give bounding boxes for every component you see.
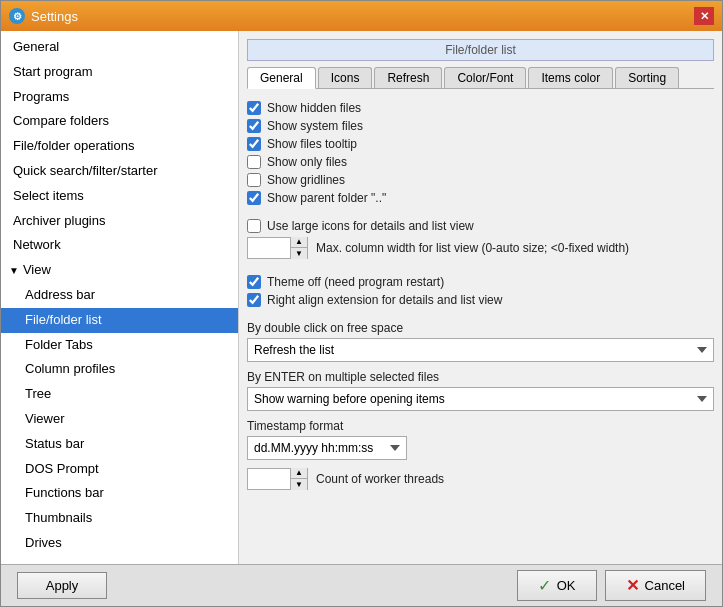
- large-icons-checkbox[interactable]: [247, 219, 261, 233]
- tab-general[interactable]: General: [247, 67, 316, 89]
- max-col-width-spinbox[interactable]: -30 ▲ ▼: [247, 237, 308, 259]
- checkbox-show-gridlines[interactable]: [247, 173, 261, 187]
- worker-spinbox-arrows: ▲ ▼: [290, 468, 307, 490]
- sidebar-item-tree[interactable]: Tree: [1, 382, 238, 407]
- sidebar-item-general[interactable]: General: [1, 35, 238, 60]
- worker-threads-row: 4 ▲ ▼ Count of worker threads: [247, 468, 714, 490]
- checkbox-label-show-tooltip: Show files tooltip: [267, 137, 357, 151]
- checkbox-label-show-parent: Show parent folder "..": [267, 191, 386, 205]
- checkbox-show-hidden[interactable]: [247, 101, 261, 115]
- checkbox-label-show-only-files: Show only files: [267, 155, 347, 169]
- checkbox-row-show-only-files: Show only files: [247, 155, 714, 169]
- close-button[interactable]: ✕: [694, 7, 714, 25]
- checkbox-row-show-tooltip: Show files tooltip: [247, 137, 714, 151]
- footer-right: ✓ OK ✕ Cancel: [517, 570, 706, 601]
- sidebar-item-file-folder-list[interactable]: File/folder list: [1, 308, 238, 333]
- sidebar-section-view[interactable]: ▼View: [1, 258, 238, 283]
- timestamp-row: dd.MM.yyyy hh:mm:ssMM/dd/yyyy hh:mm:ssyy…: [247, 436, 714, 460]
- ok-button[interactable]: ✓ OK: [517, 570, 597, 601]
- right-align-row: Right align extension for details and li…: [247, 293, 714, 307]
- app-icon: ⚙: [9, 8, 25, 24]
- enter-multiple-label: By ENTER on multiple selected files: [247, 370, 714, 384]
- checkbox-label-show-gridlines: Show gridlines: [267, 173, 345, 187]
- worker-spinbox-up[interactable]: ▲: [291, 468, 307, 479]
- checkbox-row-show-parent: Show parent folder "..": [247, 191, 714, 205]
- sidebar-item-column-profiles[interactable]: Column profiles: [1, 357, 238, 382]
- window-title: Settings: [31, 9, 78, 24]
- sidebar-item-dos-prompt[interactable]: DOS Prompt: [1, 457, 238, 482]
- sidebar-item-network[interactable]: Network: [1, 233, 238, 258]
- ok-check-icon: ✓: [538, 576, 551, 595]
- right-align-checkbox[interactable]: [247, 293, 261, 307]
- footer: Apply ✓ OK ✕ Cancel: [1, 564, 722, 606]
- worker-threads-spinbox[interactable]: 4 ▲ ▼: [247, 468, 308, 490]
- sidebar-item-functions-bar[interactable]: Functions bar: [1, 481, 238, 506]
- checkbox-show-parent[interactable]: [247, 191, 261, 205]
- sidebar-item-address-bar[interactable]: Address bar: [1, 283, 238, 308]
- sidebar-item-viewer[interactable]: Viewer: [1, 407, 238, 432]
- sidebar-item-quick-search[interactable]: Quick search/filter/starter: [1, 159, 238, 184]
- tab-refresh[interactable]: Refresh: [374, 67, 442, 88]
- max-col-width-label: Max. column width for list view (0-auto …: [316, 241, 629, 255]
- double-click-section: By double click on free space Refresh th…: [247, 321, 714, 362]
- sidebar-item-file-folder-ops[interactable]: File/folder operations: [1, 134, 238, 159]
- checkbox-show-only-files[interactable]: [247, 155, 261, 169]
- checkbox-row-show-hidden: Show hidden files: [247, 101, 714, 115]
- sidebar-item-status-bar[interactable]: Status bar: [1, 432, 238, 457]
- sidebar-item-select-items[interactable]: Select items: [1, 184, 238, 209]
- title-bar-left: ⚙ Settings: [9, 8, 78, 24]
- worker-threads-input[interactable]: 4: [248, 469, 290, 489]
- sidebar-item-thumbnails[interactable]: Thumbnails: [1, 506, 238, 531]
- title-bar: ⚙ Settings ✕: [1, 1, 722, 31]
- sidebar-item-folder-tabs[interactable]: Folder Tabs: [1, 333, 238, 358]
- worker-spinbox-down[interactable]: ▼: [291, 479, 307, 490]
- sidebar-item-drives[interactable]: Drives: [1, 531, 238, 556]
- theme-off-row: Theme off (need program restart): [247, 275, 714, 289]
- checkboxes-group: Show hidden filesShow system filesShow f…: [247, 101, 714, 205]
- right-align-label: Right align extension for details and li…: [267, 293, 502, 307]
- footer-left: Apply: [17, 572, 107, 599]
- settings-window: ⚙ Settings ✕ GeneralStart programProgram…: [0, 0, 723, 607]
- cancel-label: Cancel: [645, 578, 685, 593]
- main-panel: File/folder list GeneralIconsRefreshColo…: [239, 31, 722, 564]
- max-col-width-row: -30 ▲ ▼ Max. column width for list view …: [247, 237, 714, 259]
- ok-label: OK: [557, 578, 576, 593]
- timestamp-select[interactable]: dd.MM.yyyy hh:mm:ssMM/dd/yyyy hh:mm:ssyy…: [247, 436, 407, 460]
- tab-icons[interactable]: Icons: [318, 67, 373, 88]
- sidebar-item-start-program[interactable]: Start program: [1, 60, 238, 85]
- sidebar-item-programs[interactable]: Programs: [1, 85, 238, 110]
- enter-multiple-section: By ENTER on multiple selected files Show…: [247, 370, 714, 411]
- checkbox-row-show-system: Show system files: [247, 119, 714, 133]
- sidebar-item-compare-folders[interactable]: Compare folders: [1, 109, 238, 134]
- sidebar-item-archiver-plugins[interactable]: Archiver plugins: [1, 209, 238, 234]
- tabs-bar: GeneralIconsRefreshColor/FontItems color…: [247, 67, 714, 89]
- spinbox-down[interactable]: ▼: [291, 248, 307, 259]
- large-icons-row: Use large icons for details and list vie…: [247, 219, 714, 233]
- double-click-label: By double click on free space: [247, 321, 714, 335]
- worker-threads-label: Count of worker threads: [316, 472, 444, 486]
- checkbox-show-tooltip[interactable]: [247, 137, 261, 151]
- cancel-button[interactable]: ✕ Cancel: [605, 570, 706, 601]
- apply-button[interactable]: Apply: [17, 572, 107, 599]
- max-col-width-input[interactable]: -30: [248, 238, 290, 258]
- content-area: GeneralStart programProgramsCompare fold…: [1, 31, 722, 564]
- sidebar: GeneralStart programProgramsCompare fold…: [1, 31, 239, 564]
- double-click-select[interactable]: Refresh the listDo nothingGo up: [247, 338, 714, 362]
- cancel-x-icon: ✕: [626, 576, 639, 595]
- tab-color-font[interactable]: Color/Font: [444, 67, 526, 88]
- enter-multiple-select[interactable]: Show warning before opening itemsOpen al…: [247, 387, 714, 411]
- timestamp-label: Timestamp format: [247, 419, 714, 433]
- spinbox-up[interactable]: ▲: [291, 237, 307, 248]
- theme-off-label: Theme off (need program restart): [267, 275, 444, 289]
- tab-sorting[interactable]: Sorting: [615, 67, 679, 88]
- tab-content: Show hidden filesShow system filesShow f…: [247, 97, 714, 556]
- timestamp-section: Timestamp format dd.MM.yyyy hh:mm:ssMM/d…: [247, 419, 714, 460]
- large-icons-label: Use large icons for details and list vie…: [267, 219, 474, 233]
- theme-off-checkbox[interactable]: [247, 275, 261, 289]
- tab-items-color[interactable]: Items color: [528, 67, 613, 88]
- panel-title: File/folder list: [247, 39, 714, 61]
- checkbox-show-system[interactable]: [247, 119, 261, 133]
- view-arrow-icon: ▼: [9, 263, 19, 279]
- checkbox-row-show-gridlines: Show gridlines: [247, 173, 714, 187]
- checkbox-label-show-system: Show system files: [267, 119, 363, 133]
